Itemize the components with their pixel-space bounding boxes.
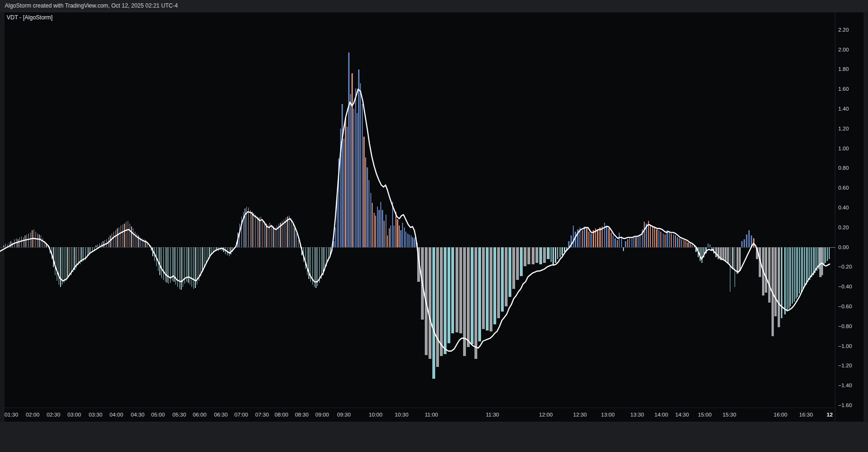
histogram-bar [167,247,167,283]
histogram-bar [471,247,473,344]
histogram-bar [137,234,137,247]
histogram-bar [298,240,298,247]
histogram-bar [264,222,265,247]
histogram-bar [539,247,542,264]
time-tick-label: 08:00 [275,411,289,418]
time-tick-label: 06:30 [214,411,228,418]
histogram-bar [21,236,22,247]
histogram-bar [365,157,366,247]
price-tick-label: −0.40 [838,283,852,290]
histogram-bar [123,225,123,247]
histogram-bar [69,247,70,276]
histogram-bar [128,221,128,247]
time-tick-label: 15:00 [698,411,712,418]
histogram-bar [121,226,121,247]
histogram-bar [386,215,386,247]
time-tick-label: 13:30 [631,411,644,418]
histogram-bar [493,247,496,324]
histogram-bar [652,226,653,247]
histogram-bar [806,247,807,285]
price-tick-label: 0.20 [838,224,849,231]
histogram-bar [436,247,439,367]
histogram-bar [360,83,361,247]
histogram-bar [486,247,489,330]
time-tick-label: 01:30 [5,411,18,418]
price-tick-label: −1.40 [838,382,852,389]
time-tick-label: 10:00 [369,411,383,418]
histogram-bar [821,247,823,275]
histogram-bar [275,227,275,247]
time-tick-label: 05:00 [151,411,165,418]
histogram-bar [26,235,27,247]
histogram-bar [501,247,504,312]
time-tick-label: 12:30 [573,411,587,418]
histogram-bar [39,235,39,247]
histogram-bar [625,241,626,247]
histogram-bar [28,234,29,247]
histogram-bar [629,237,630,247]
histogram-bar [429,247,431,359]
histogram-bar [343,139,344,247]
histogram-bar [602,226,603,247]
histogram-bar [613,235,614,247]
histogram-bar [801,247,802,292]
histogram-bar [411,235,412,247]
histogram-bar [211,247,211,254]
histogram-bar [348,52,350,247]
histogram-bar [10,241,11,247]
signal-line [0,89,830,351]
histogram-bar [25,235,25,247]
histogram-bar [208,247,208,259]
histogram-bar [631,238,632,247]
histogram-bar [266,224,266,247]
snapshot-attribution-text: AlgoStorm created with TradingView.com, … [5,2,178,9]
histogram-bar [37,234,38,247]
histogram-bar [130,224,130,247]
histogram-bar [190,247,190,285]
histogram-bar [400,230,401,247]
histogram-bar [730,247,731,292]
histogram-bar [564,247,565,252]
histogram-bar [389,228,390,247]
histogram-bar [606,226,607,247]
histogram-bar [778,247,780,327]
histogram-bar [552,247,554,265]
histogram-bar [586,228,587,247]
histogram-bar [133,228,133,247]
histogram-bar [390,226,391,247]
price-tick-label: −1.20 [838,362,852,369]
histogram-bar [824,247,824,265]
histogram-bar [357,113,358,247]
histogram-bar [478,247,481,341]
histogram-bar [392,202,393,247]
histogram-bar [254,213,254,247]
histogram-bar [347,127,348,247]
histogram-bar [135,232,135,247]
histogram-bar [482,247,485,329]
time-tick-label: 14:30 [675,411,689,418]
histogram-bar [358,70,359,247]
histogram-bar [193,247,194,289]
histogram-bar [768,247,771,303]
time-tick-label: 12:00 [539,411,553,418]
histogram-bar [658,230,659,247]
time-tick-label: 11:30 [486,411,499,418]
histogram-bar [560,247,561,257]
histogram-bar [555,247,556,263]
histogram-bar [617,240,618,247]
histogram-bar [784,247,786,314]
histogram-bar [41,235,41,247]
time-tick-label: 13:00 [601,411,615,418]
histogram-bar [367,167,368,247]
histogram-bar [811,247,812,277]
histogram-bar [614,238,615,247]
histogram-bar [55,247,55,275]
time-tick-label: 15:30 [723,411,736,418]
histogram-bar [23,237,24,247]
histogram-bar [638,235,639,247]
time-tick-label: 08:30 [295,411,309,418]
histogram-bar [186,247,187,282]
price-tick-label: −1.00 [838,343,852,350]
indicator-chart-canvas[interactable] [0,12,868,422]
histogram-bar [342,104,343,247]
